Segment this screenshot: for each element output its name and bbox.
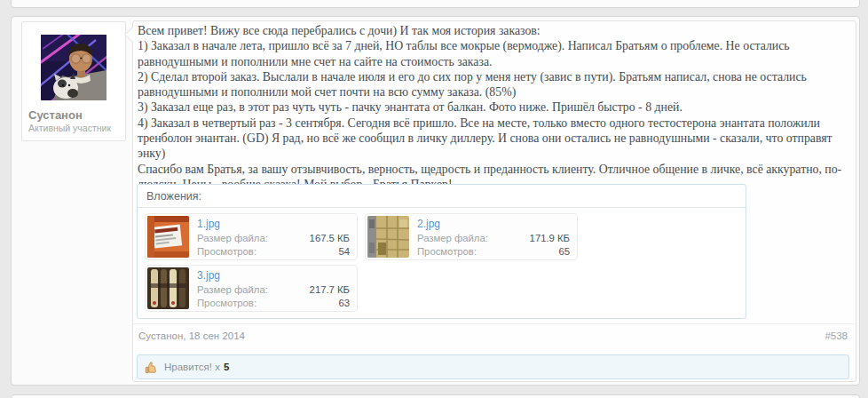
file-size-label: Размер файла: [197, 283, 268, 297]
attachment-filename[interactable]: 1.jpg [197, 218, 350, 230]
like-count: 5 [224, 362, 229, 372]
file-size-label: Размер файла: [417, 232, 488, 245]
like-bar[interactable]: Нравится! x 5 [137, 354, 849, 379]
post-number-link[interactable]: #538 [825, 330, 848, 341]
attachments-block: Вложения: [137, 184, 746, 319]
attachments-header: Вложения: [138, 185, 746, 208]
attachment-card[interactable]: 3.jpg Размер файла: 217.7 КБ Просмотров:… [145, 265, 358, 312]
views-value: 63 [338, 297, 350, 310]
file-size-value: 167.5 КБ [310, 232, 350, 245]
meta-divider [133, 323, 856, 324]
ampoules-thumbnail[interactable] [147, 267, 189, 309]
message-text: Всем привет! Вижу все сюда перебрались с… [138, 23, 850, 192]
views-label: Просмотров: [197, 297, 256, 310]
attachment-filename[interactable]: 3.jpg [197, 269, 350, 282]
file-size-value: 217.7 КБ [310, 283, 350, 297]
user-info-card: Сустанон Активный участник [21, 21, 126, 141]
post-byline[interactable]: Сустанон, 18 сен 2014 [138, 330, 245, 341]
user-title: Активный участник [28, 123, 121, 133]
attachments-list: 1.jpg Размер файла: 167.5 КБ Просмотров:… [138, 208, 746, 318]
attachment-filename[interactable]: 2.jpg [417, 218, 570, 230]
post-meta: Сустанон, 18 сен 2014 #538 [138, 330, 848, 341]
username[interactable]: Сустанон [28, 108, 121, 122]
views-value: 54 [338, 245, 350, 259]
forum-post: Сустанон Активный участник Всем привет! … [11, 16, 860, 386]
gold-blister-pack-thumbnail[interactable] [367, 216, 409, 258]
attachment-card[interactable]: 1.jpg Размер файла: 167.5 КБ Просмотров:… [145, 213, 358, 260]
like-label: Нравится! x [164, 362, 220, 372]
file-size-label: Размер файла: [197, 232, 268, 245]
orange-medicine-box-thumbnail[interactable] [147, 216, 189, 258]
file-size-value: 171.9 КБ [530, 232, 570, 245]
attachment-card[interactable]: 2.jpg Размер файла: 171.9 КБ Просмотров:… [365, 213, 578, 260]
message-bubble: Всем привет! Вижу все сюда перебрались с… [132, 20, 856, 382]
views-label: Просмотров: [197, 245, 256, 259]
views-label: Просмотров: [417, 245, 477, 259]
next-post-edge [11, 394, 860, 398]
avatar[interactable] [41, 35, 107, 100]
views-value: 65 [558, 245, 570, 259]
thumbs-up-icon [145, 361, 158, 374]
previous-post-edge [11, 0, 860, 8]
